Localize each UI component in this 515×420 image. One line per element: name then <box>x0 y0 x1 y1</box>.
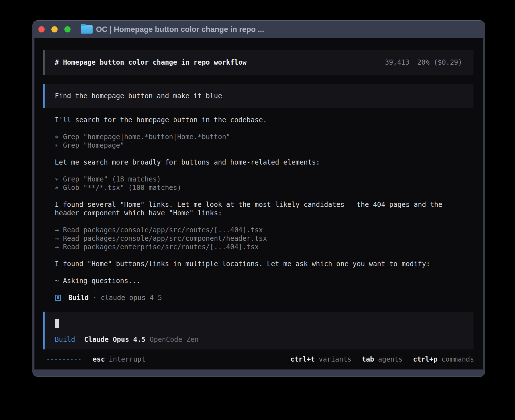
assistant-text-line <box>55 268 473 277</box>
input-meta: Build Claude Opus 4.5 OpenCode Zen <box>55 335 462 344</box>
assistant-text-line: I found "Home" buttons/links in multiple… <box>55 260 473 268</box>
session-title: # Homepage button color change in repo w… <box>55 58 246 67</box>
hint-label: agents <box>378 355 403 364</box>
spinner-dot <box>55 359 57 360</box>
agent-name: Build <box>68 294 89 302</box>
assistant-text-line: Let me search more broadly for buttons a… <box>55 158 473 167</box>
keyboard-hint: escinterrupt <box>93 355 145 364</box>
spinner-dots <box>47 359 80 360</box>
assistant-text-line <box>55 192 473 200</box>
assistant-text-line <box>55 217 473 226</box>
input-model-label: Claude Opus 4.5 <box>84 335 145 344</box>
hint-label: variants <box>319 355 352 364</box>
titlebar: OC | Homepage button color change in rep… <box>33 21 485 38</box>
keyboard-hint: ctrl+tvariants <box>290 355 351 364</box>
text-cursor <box>55 319 59 328</box>
window-title: OC | Homepage button color change in rep… <box>96 25 264 34</box>
spinner-dot <box>47 359 49 360</box>
user-message-text: Find the homepage button and make it blu… <box>55 92 222 100</box>
token-count: 39,413 <box>385 58 409 67</box>
tool-call-line: → Read packages/console/app/src/routes/[… <box>55 226 473 234</box>
tool-call-line: ∗ Grep "Homepage" <box>55 141 473 150</box>
tool-call-line: → Read packages/enterprise/src/routes/[.… <box>55 243 473 251</box>
spinner-dot <box>63 359 65 360</box>
tool-call-line: → Read packages/console/app/src/componen… <box>55 234 473 243</box>
spinner-dot <box>67 359 69 360</box>
close-button[interactable] <box>38 26 45 32</box>
spinner-dot <box>75 359 77 360</box>
terminal-window: OC | Homepage button color change in rep… <box>32 20 485 377</box>
assistant-text-line <box>55 251 473 260</box>
assistant-text-line <box>55 150 473 158</box>
spinner-dot <box>59 359 61 360</box>
keyboard-hint: ctrl+pcommands <box>413 355 474 364</box>
spinner-dot <box>71 359 73 360</box>
minimize-button[interactable] <box>51 26 58 32</box>
context-and-cost: 20% ($0.29) <box>417 58 462 67</box>
hints-right: ctrl+tvariantstabagentsctrl+pcommands <box>290 355 474 364</box>
tool-call-line: ∗ Glob "**/*.tsx" (100 matches) <box>55 183 473 192</box>
status-bar: escinterrupt ctrl+tvariantstabagentsctrl… <box>47 349 474 369</box>
assistant-text-line: I found several "Home" links. Let me loo… <box>55 200 473 209</box>
assistant-text-line: header component which have "Home" links… <box>55 209 473 217</box>
session-header: # Homepage button color change in repo w… <box>43 50 473 75</box>
session-stats: 39,413 20% ($0.29) <box>385 58 462 67</box>
user-message: Find the homepage button and make it blu… <box>43 84 473 108</box>
agent-separator: · <box>93 294 97 302</box>
spinner-dot <box>51 359 53 360</box>
agent-model: claude-opus-4-5 <box>101 294 162 302</box>
status-left: escinterrupt <box>47 355 145 364</box>
prompt-input[interactable]: Build Claude Opus 4.5 OpenCode Zen <box>43 312 473 349</box>
assistant-transcript: I'll search for the homepage button in t… <box>55 116 473 285</box>
hint-key: ctrl+p <box>413 355 438 364</box>
window-controls <box>38 26 71 32</box>
hint-label: commands <box>441 355 474 364</box>
build-agent-icon <box>55 295 61 301</box>
spinner-dot <box>79 359 80 360</box>
hint-key: esc <box>93 355 105 364</box>
keyboard-hint: tabagents <box>362 355 403 364</box>
tool-call-line: ∗ Grep "Home" (18 matches) <box>55 175 473 183</box>
input-mode-label: Build <box>55 335 75 344</box>
assistant-text-line: I'll search for the homepage button in t… <box>55 116 473 124</box>
hints-left: escinterrupt <box>93 355 145 364</box>
folder-icon <box>81 25 93 34</box>
agent-status-line: Build · claude-opus-4-5 <box>55 294 473 302</box>
assistant-text-line: ~ Asking questions... <box>55 277 473 285</box>
hint-key: tab <box>362 355 374 364</box>
terminal-content: # Homepage button color change in repo w… <box>34 38 483 369</box>
hint-key: ctrl+t <box>290 355 315 364</box>
tool-call-line: ∗ Grep "homepage|home.*button|Home.*butt… <box>55 133 473 141</box>
zoom-button[interactable] <box>64 26 71 32</box>
assistant-text-line <box>55 167 473 175</box>
input-provider-label: OpenCode Zen <box>150 335 198 344</box>
assistant-text-line <box>55 124 473 133</box>
hint-label: interrupt <box>109 355 145 364</box>
